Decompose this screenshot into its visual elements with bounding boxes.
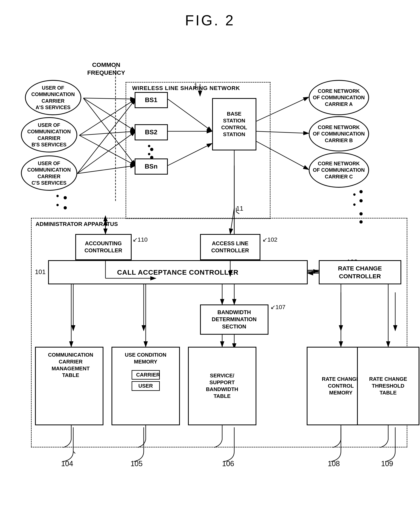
common-frequency-label: COMMONFREQUENCY: [87, 61, 125, 76]
user-sub-box: USER: [132, 381, 160, 391]
bandwidth-box: BANDWIDTHDETERMINATIONSECTION: [200, 305, 268, 335]
bottom-109: 109: [381, 459, 393, 468]
access-line-box: ACCESS LINECONTROLLER: [200, 234, 260, 260]
core-b-ellipse: CORE NETWORKOF COMMUNICATIONCARRIER B: [309, 116, 369, 151]
call-acceptance-box: CALL ACCEPTANCE CONTROLLER: [48, 260, 308, 284]
ref-102: ↙102: [262, 236, 278, 243]
svg-text:•: •: [353, 190, 356, 199]
core-c-ellipse: CORE NETWORKOF COMMUNICATIONCARRIER C: [309, 152, 369, 188]
service-support-box: SERVICE/SUPPORTBANDWIDTHTABLE: [188, 347, 256, 425]
bsn-box: BSn: [135, 159, 168, 175]
base-station-box: BASESTATIONCONTROLSTATION: [212, 98, 256, 150]
bottom-106: 106: [222, 459, 234, 468]
bottom-104: 104: [61, 459, 73, 468]
accounting-box: ACCOUNTINGCONTROLLER: [75, 234, 132, 260]
svg-point-42: [64, 206, 67, 209]
svg-text:•: •: [56, 201, 59, 209]
figure-title: FIG. 2: [12, 12, 408, 29]
bs2-box: BS2: [135, 124, 168, 140]
svg-point-46: [359, 199, 363, 202]
comm-carrier-box: COMMUNICATIONCARRIERMANAGEMENTTABLE: [35, 347, 103, 425]
svg-point-45: [359, 190, 363, 193]
svg-text:•: •: [353, 200, 356, 209]
bs1-box: BS1: [135, 92, 168, 108]
svg-point-41: [64, 196, 67, 199]
rate-change-box: RATE CHANGE CONTROLLER: [319, 260, 401, 284]
rate-change-threshold-box: RATE CHANGETHRESHOLDTABLE: [357, 347, 420, 425]
svg-point-47: [359, 212, 363, 215]
svg-line-36: [73, 452, 75, 454]
page: FIG. 2: [0, 0, 420, 530]
bottom-108: 108: [328, 459, 340, 468]
use-condition-box: USE CONDITIONMEMORY CARRIER USER: [112, 347, 180, 425]
user-c-ellipse: USER OFCOMMUNICATION CARRIERC'S SERVICES: [21, 155, 77, 191]
user-b-ellipse: USER OFCOMMUNICATION CARRIERB'S SERVICES: [21, 117, 77, 152]
bottom-105: 105: [131, 459, 143, 468]
carrier-sub-box: CARRIER: [132, 370, 160, 380]
diagram-container: COMMONFREQUENCY 1 WIRELESS LINE SHARING …: [19, 45, 401, 528]
ref-107: ↙107: [270, 303, 286, 310]
ref-110: ↙110: [133, 236, 148, 243]
ref-101: 101: [35, 268, 46, 276]
svg-text:•: •: [56, 191, 59, 200]
core-a-ellipse: CORE NETWORKOF COMMUNICATIONCARRIER A: [309, 80, 369, 115]
user-a-ellipse: USER OFCOMMUNICATION CARRIERA'S SERVICES: [25, 80, 81, 115]
ref-11: 11: [236, 205, 243, 212]
